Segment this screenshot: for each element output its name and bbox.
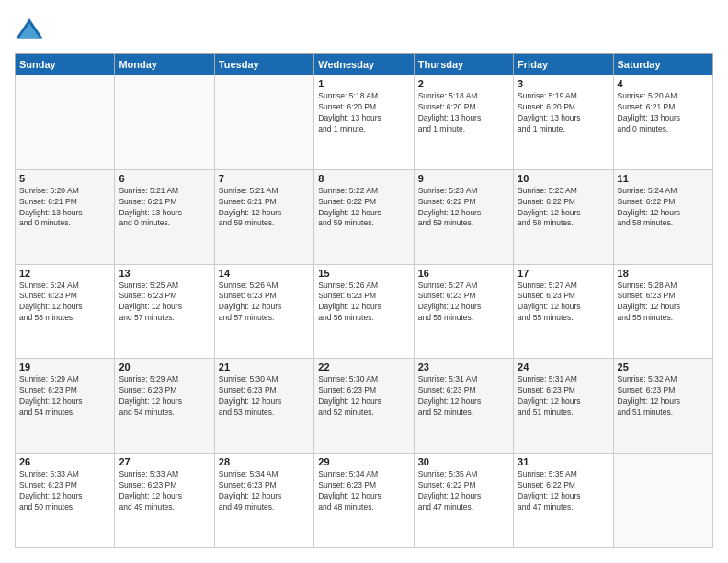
weekday-header-wednesday: Wednesday xyxy=(314,54,414,75)
weekday-header-monday: Monday xyxy=(115,54,214,75)
weekday-header-row: SundayMondayTuesdayWednesdayThursdayFrid… xyxy=(16,54,713,75)
day-number: 15 xyxy=(318,268,409,279)
day-number: 22 xyxy=(318,362,409,373)
day-info: Sunrise: 5:32 AM Sunset: 6:23 PM Dayligh… xyxy=(618,374,709,419)
day-number: 28 xyxy=(219,456,310,467)
day-info: Sunrise: 5:35 AM Sunset: 6:22 PM Dayligh… xyxy=(418,469,509,513)
day-number: 14 xyxy=(219,268,310,279)
day-info: Sunrise: 5:18 AM Sunset: 6:20 PM Dayligh… xyxy=(318,91,409,135)
day-info: Sunrise: 5:28 AM Sunset: 6:23 PM Dayligh… xyxy=(618,281,709,325)
calendar-day: 31Sunrise: 5:35 AM Sunset: 6:22 PM Dayli… xyxy=(514,454,613,548)
calendar-day: 2Sunrise: 5:18 AM Sunset: 6:20 PM Daylig… xyxy=(414,75,513,170)
calendar-day: 29Sunrise: 5:34 AM Sunset: 6:23 PM Dayli… xyxy=(314,454,414,548)
day-info: Sunrise: 5:31 AM Sunset: 6:23 PM Dayligh… xyxy=(418,374,509,419)
calendar-day xyxy=(115,75,214,170)
day-number: 21 xyxy=(219,362,310,373)
day-info: Sunrise: 5:20 AM Sunset: 6:21 PM Dayligh… xyxy=(19,186,110,230)
calendar-day: 6Sunrise: 5:21 AM Sunset: 6:21 PM Daylig… xyxy=(115,169,214,264)
calendar-day: 7Sunrise: 5:21 AM Sunset: 6:21 PM Daylig… xyxy=(214,169,313,264)
day-number: 4 xyxy=(618,78,709,89)
day-number: 31 xyxy=(518,456,609,467)
day-number: 29 xyxy=(318,456,409,467)
calendar-day: 27Sunrise: 5:33 AM Sunset: 6:23 PM Dayli… xyxy=(115,454,214,548)
weekday-header-friday: Friday xyxy=(514,54,613,75)
weekday-header-saturday: Saturday xyxy=(613,54,712,75)
day-info: Sunrise: 5:20 AM Sunset: 6:21 PM Dayligh… xyxy=(618,91,709,135)
calendar-day: 5Sunrise: 5:20 AM Sunset: 6:21 PM Daylig… xyxy=(16,169,115,264)
day-number: 19 xyxy=(19,362,110,373)
day-number: 27 xyxy=(119,456,210,467)
day-info: Sunrise: 5:34 AM Sunset: 6:23 PM Dayligh… xyxy=(318,469,409,513)
weekday-header-sunday: Sunday xyxy=(16,54,115,75)
day-info: Sunrise: 5:26 AM Sunset: 6:23 PM Dayligh… xyxy=(219,281,310,325)
day-number: 25 xyxy=(618,362,709,373)
calendar-day: 10Sunrise: 5:23 AM Sunset: 6:22 PM Dayli… xyxy=(514,169,613,264)
calendar-day: 21Sunrise: 5:30 AM Sunset: 6:23 PM Dayli… xyxy=(214,359,313,454)
calendar-day: 3Sunrise: 5:19 AM Sunset: 6:20 PM Daylig… xyxy=(514,75,613,170)
calendar-day: 15Sunrise: 5:26 AM Sunset: 6:23 PM Dayli… xyxy=(314,264,414,359)
day-info: Sunrise: 5:22 AM Sunset: 6:22 PM Dayligh… xyxy=(318,186,409,230)
day-number: 26 xyxy=(19,456,110,467)
calendar-week-row: 1Sunrise: 5:18 AM Sunset: 6:20 PM Daylig… xyxy=(16,75,713,170)
day-number: 9 xyxy=(418,173,509,184)
calendar-day: 16Sunrise: 5:27 AM Sunset: 6:23 PM Dayli… xyxy=(414,264,513,359)
day-number: 30 xyxy=(418,456,509,467)
calendar-day: 14Sunrise: 5:26 AM Sunset: 6:23 PM Dayli… xyxy=(214,264,313,359)
day-info: Sunrise: 5:25 AM Sunset: 6:23 PM Dayligh… xyxy=(119,281,210,325)
day-info: Sunrise: 5:23 AM Sunset: 6:22 PM Dayligh… xyxy=(518,186,609,230)
day-info: Sunrise: 5:29 AM Sunset: 6:23 PM Dayligh… xyxy=(19,374,110,419)
day-number: 18 xyxy=(618,268,709,279)
day-info: Sunrise: 5:27 AM Sunset: 6:23 PM Dayligh… xyxy=(518,281,609,325)
day-number: 12 xyxy=(19,268,110,279)
day-info: Sunrise: 5:23 AM Sunset: 6:22 PM Dayligh… xyxy=(418,186,509,230)
day-info: Sunrise: 5:21 AM Sunset: 6:21 PM Dayligh… xyxy=(219,186,310,230)
calendar-day: 19Sunrise: 5:29 AM Sunset: 6:23 PM Dayli… xyxy=(16,359,115,454)
calendar-day: 18Sunrise: 5:28 AM Sunset: 6:23 PM Dayli… xyxy=(613,264,712,359)
day-number: 13 xyxy=(119,268,210,279)
day-info: Sunrise: 5:27 AM Sunset: 6:23 PM Dayligh… xyxy=(418,281,509,325)
day-info: Sunrise: 5:30 AM Sunset: 6:23 PM Dayligh… xyxy=(219,374,310,419)
calendar-day: 20Sunrise: 5:29 AM Sunset: 6:23 PM Dayli… xyxy=(115,359,214,454)
day-info: Sunrise: 5:35 AM Sunset: 6:22 PM Dayligh… xyxy=(518,469,609,513)
day-number: 2 xyxy=(418,78,509,89)
calendar-day xyxy=(214,75,313,170)
weekday-header-thursday: Thursday xyxy=(414,54,513,75)
calendar-day: 12Sunrise: 5:24 AM Sunset: 6:23 PM Dayli… xyxy=(16,264,115,359)
day-info: Sunrise: 5:26 AM Sunset: 6:23 PM Dayligh… xyxy=(318,281,409,325)
day-number: 8 xyxy=(318,173,409,184)
calendar-week-row: 5Sunrise: 5:20 AM Sunset: 6:21 PM Daylig… xyxy=(16,169,713,264)
calendar-day: 28Sunrise: 5:34 AM Sunset: 6:23 PM Dayli… xyxy=(214,454,313,548)
day-number: 17 xyxy=(518,268,609,279)
calendar-day xyxy=(613,454,712,548)
calendar-day: 25Sunrise: 5:32 AM Sunset: 6:23 PM Dayli… xyxy=(613,359,712,454)
calendar-day: 1Sunrise: 5:18 AM Sunset: 6:20 PM Daylig… xyxy=(314,75,414,170)
day-number: 24 xyxy=(518,362,609,373)
day-info: Sunrise: 5:29 AM Sunset: 6:23 PM Dayligh… xyxy=(119,374,210,419)
header xyxy=(15,15,713,44)
calendar-day: 23Sunrise: 5:31 AM Sunset: 6:23 PM Dayli… xyxy=(414,359,513,454)
day-info: Sunrise: 5:18 AM Sunset: 6:20 PM Dayligh… xyxy=(418,91,509,135)
day-number: 3 xyxy=(518,78,609,89)
calendar-day: 22Sunrise: 5:30 AM Sunset: 6:23 PM Dayli… xyxy=(314,359,414,454)
calendar-day: 9Sunrise: 5:23 AM Sunset: 6:22 PM Daylig… xyxy=(414,169,513,264)
calendar-day: 24Sunrise: 5:31 AM Sunset: 6:23 PM Dayli… xyxy=(514,359,613,454)
calendar-day: 13Sunrise: 5:25 AM Sunset: 6:23 PM Dayli… xyxy=(115,264,214,359)
day-number: 23 xyxy=(418,362,509,373)
day-number: 10 xyxy=(518,173,609,184)
calendar-day: 8Sunrise: 5:22 AM Sunset: 6:22 PM Daylig… xyxy=(314,169,414,264)
calendar-day: 11Sunrise: 5:24 AM Sunset: 6:22 PM Dayli… xyxy=(613,169,712,264)
calendar-week-row: 26Sunrise: 5:33 AM Sunset: 6:23 PM Dayli… xyxy=(16,454,713,548)
calendar-day: 4Sunrise: 5:20 AM Sunset: 6:21 PM Daylig… xyxy=(613,75,712,170)
day-number: 1 xyxy=(318,78,409,89)
day-info: Sunrise: 5:19 AM Sunset: 6:20 PM Dayligh… xyxy=(518,91,609,135)
calendar-day: 17Sunrise: 5:27 AM Sunset: 6:23 PM Dayli… xyxy=(514,264,613,359)
day-number: 20 xyxy=(119,362,210,373)
day-info: Sunrise: 5:31 AM Sunset: 6:23 PM Dayligh… xyxy=(518,374,609,419)
day-info: Sunrise: 5:33 AM Sunset: 6:23 PM Dayligh… xyxy=(119,469,210,513)
day-info: Sunrise: 5:24 AM Sunset: 6:23 PM Dayligh… xyxy=(19,281,110,325)
logo xyxy=(15,15,48,44)
day-info: Sunrise: 5:33 AM Sunset: 6:23 PM Dayligh… xyxy=(19,469,110,513)
calendar-table: SundayMondayTuesdayWednesdayThursdayFrid… xyxy=(15,53,713,548)
day-number: 16 xyxy=(418,268,509,279)
day-info: Sunrise: 5:30 AM Sunset: 6:23 PM Dayligh… xyxy=(318,374,409,419)
